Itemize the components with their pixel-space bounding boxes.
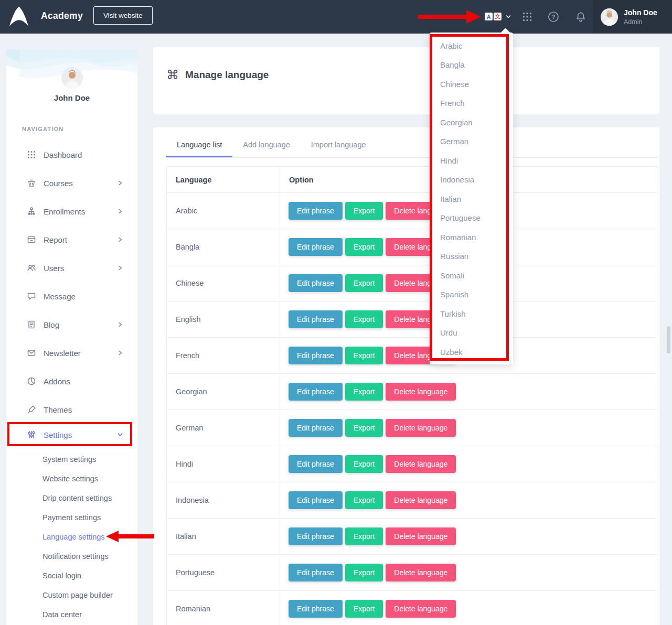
language-dropdown-item[interactable]: Somali xyxy=(430,266,513,285)
users-icon xyxy=(26,263,37,273)
sidebar-item[interactable]: Report xyxy=(6,225,137,254)
chevron-right-icon xyxy=(116,236,124,243)
chevron-right-icon xyxy=(116,179,124,187)
sidebar-subitem[interactable]: System settings xyxy=(6,449,137,469)
table-header: Language Option xyxy=(167,167,657,193)
sidebar-subitem[interactable]: Data center xyxy=(6,605,137,624)
edit-phrase-button[interactable]: Edit phrase xyxy=(289,527,343,545)
language-dropdown-item[interactable]: Uzbek xyxy=(430,342,513,362)
language-dropdown-item[interactable]: Italian xyxy=(430,189,513,209)
export-button[interactable]: Export xyxy=(345,527,383,545)
export-button[interactable]: Export xyxy=(345,564,383,581)
language-dropdown-item[interactable]: Bangla xyxy=(430,56,513,75)
language-name: Indonesia xyxy=(167,482,280,518)
language-name: Georgian xyxy=(167,374,280,410)
export-button[interactable]: Export xyxy=(345,238,383,256)
language-dropdown-item[interactable]: Spanish xyxy=(430,285,513,305)
table-row: Romanian Edit phrase Export Delete langu… xyxy=(167,591,657,625)
export-button[interactable]: Export xyxy=(345,419,383,437)
export-button[interactable]: Export xyxy=(345,455,383,473)
scrollbar-thumb[interactable] xyxy=(667,326,670,353)
edit-phrase-button[interactable]: Edit phrase xyxy=(289,564,343,581)
sidebar-item[interactable]: Courses xyxy=(6,169,137,197)
language-dropdown-item[interactable]: Georgian xyxy=(430,113,513,132)
sidebar-item[interactable]: Users xyxy=(6,254,137,282)
tab[interactable]: Add language xyxy=(232,127,301,157)
table-row: Chinese Edit phrase Export Delete langua… xyxy=(167,265,657,301)
table-row: Hindi Edit phrase Export Delete language xyxy=(167,446,657,482)
export-button[interactable]: Export xyxy=(345,600,383,618)
edit-phrase-button[interactable]: Edit phrase xyxy=(289,491,343,509)
sidebar-subitem[interactable]: Notification settings xyxy=(6,546,137,566)
export-button[interactable]: Export xyxy=(345,347,383,364)
column-header-language: Language xyxy=(167,167,280,192)
delete-language-button[interactable]: Delete language xyxy=(386,383,456,401)
nav-caption: NAVIGATION xyxy=(22,126,63,132)
sidebar-item[interactable]: Message xyxy=(6,282,137,310)
language-name: Arabic xyxy=(167,193,280,229)
sidebar-subitem[interactable]: Custom page builder xyxy=(6,585,137,605)
export-button[interactable]: Export xyxy=(345,491,383,509)
edit-phrase-button[interactable]: Edit phrase xyxy=(289,202,343,220)
sidebar-subitem[interactable]: Drip content settings xyxy=(6,488,137,508)
user-menu[interactable]: John Doe Admin xyxy=(593,0,672,34)
language-dropdown-item[interactable]: Arabic xyxy=(430,36,513,56)
language-dropdown-item[interactable]: Chinese xyxy=(430,74,513,94)
table-body: Arabic Edit phrase Export Delete languag… xyxy=(167,193,657,625)
language-dropdown-item[interactable]: Indonesia xyxy=(430,170,513,190)
visit-website-button[interactable]: Visit website xyxy=(93,6,153,25)
delete-language-button[interactable]: Delete language xyxy=(386,564,456,581)
export-button[interactable]: Export xyxy=(345,202,383,220)
language-dropdown-item[interactable]: Turkish xyxy=(430,304,513,324)
sidebar-subitem[interactable]: Payment settings xyxy=(6,508,137,527)
language-dropdown-item[interactable]: Russian xyxy=(430,247,513,266)
profile-name: John Doe xyxy=(6,93,137,102)
edit-phrase-button[interactable]: Edit phrase xyxy=(289,310,343,328)
sidebar-item[interactable]: Enrollments xyxy=(6,197,137,225)
sidebar-item-settings[interactable]: Settings xyxy=(6,423,137,447)
sidebar-subitem[interactable]: Social login xyxy=(6,566,137,585)
delete-language-button[interactable]: Delete language xyxy=(386,455,456,473)
sidebar-item[interactable]: Themes xyxy=(6,395,137,424)
tab[interactable]: Language list xyxy=(166,127,232,157)
delete-language-button[interactable]: Delete language xyxy=(386,419,456,437)
help-icon[interactable]: ? xyxy=(548,11,559,23)
user-avatar xyxy=(601,8,618,26)
edit-phrase-button[interactable]: Edit phrase xyxy=(289,600,343,618)
translate-language-icon[interactable]: A 文 xyxy=(485,13,511,20)
delete-language-button[interactable]: Delete language xyxy=(386,600,456,618)
profile-avatar xyxy=(61,67,83,89)
delete-language-button[interactable]: Delete language xyxy=(386,491,456,509)
language-dropdown-item[interactable]: Hindi xyxy=(430,151,513,170)
export-button[interactable]: Export xyxy=(345,310,383,328)
language-dropdown-item[interactable]: French xyxy=(430,94,513,113)
language-dropdown-item[interactable]: German xyxy=(430,132,513,152)
edit-phrase-button[interactable]: Edit phrase xyxy=(289,455,343,473)
edit-phrase-button[interactable]: Edit phrase xyxy=(289,383,343,401)
export-button[interactable]: Export xyxy=(345,383,383,401)
top-header: Academy Visit website A 文 ? John Doe Adm… xyxy=(0,0,672,34)
edit-phrase-button[interactable]: Edit phrase xyxy=(289,419,343,437)
enrollments-icon xyxy=(26,206,37,217)
export-button[interactable]: Export xyxy=(345,274,383,292)
edit-phrase-button[interactable]: Edit phrase xyxy=(289,347,343,364)
delete-language-button[interactable]: Delete language xyxy=(386,527,456,545)
sidebar-item[interactable]: Dashboard xyxy=(6,141,137,169)
sidebar-item[interactable]: Addons xyxy=(6,367,137,395)
language-dropdown-item[interactable]: Urdu xyxy=(430,324,513,343)
language-dropdown-item[interactable]: Portuguese xyxy=(430,209,513,228)
edit-phrase-button[interactable]: Edit phrase xyxy=(289,274,343,292)
sidebar-item[interactable]: Blog xyxy=(6,310,137,339)
user-role: Admin xyxy=(624,18,657,26)
courses-icon xyxy=(26,178,37,188)
edit-phrase-button[interactable]: Edit phrase xyxy=(289,238,343,256)
sidebar-subitem[interactable]: Website settings xyxy=(6,469,137,488)
apps-grid-icon[interactable] xyxy=(521,11,533,23)
notifications-bell-icon[interactable] xyxy=(575,11,586,23)
tab[interactable]: Import language xyxy=(301,127,377,157)
language-name: Romanian xyxy=(167,591,280,625)
chevron-down-icon xyxy=(505,14,511,20)
language-dropdown-item[interactable]: Romanian xyxy=(430,228,513,247)
sidebar-item[interactable]: Newsletter xyxy=(6,339,137,367)
table-row: Portuguese Edit phrase Export Delete lan… xyxy=(167,555,657,591)
